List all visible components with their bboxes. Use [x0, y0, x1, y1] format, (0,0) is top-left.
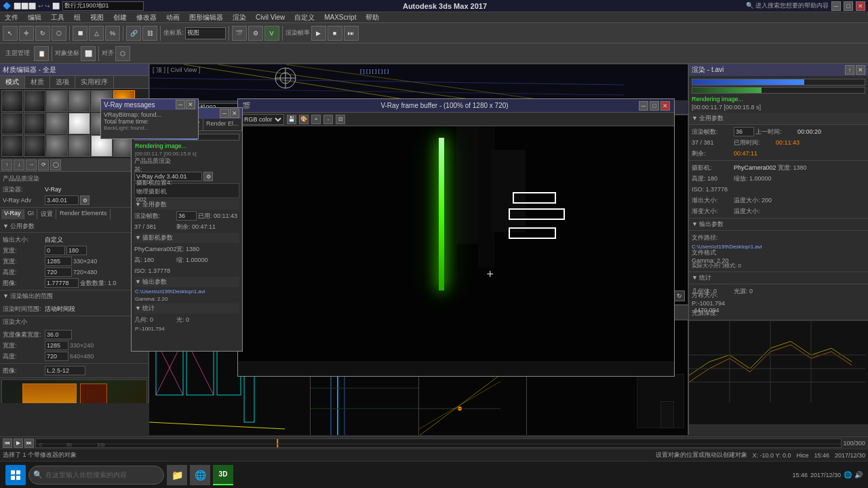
mat-ball-14[interactable] [24, 135, 45, 157]
input-width[interactable] [45, 257, 72, 266]
prop-vray-version[interactable] [45, 195, 79, 205]
timeline-ruler[interactable]: 0 50 100 [35, 438, 842, 448]
tab-settings-render[interactable]: 设置 [38, 209, 56, 219]
input-height[interactable] [45, 267, 72, 277]
menu-civil-view[interactable]: Civil View [254, 13, 287, 22]
menu-create[interactable]: 创建 [111, 12, 129, 23]
input-min-val[interactable] [45, 246, 65, 255]
obj-coord-btn[interactable]: ⬜ [81, 46, 96, 61]
input-h1[interactable] [45, 352, 68, 361]
mat-ball-10[interactable] [68, 113, 90, 134]
taskbar-app-3ds[interactable]: 3D [213, 465, 233, 485]
mat-ball-7[interactable] [1, 113, 23, 134]
tl-prev-btn[interactable]: ⏮ [3, 438, 12, 448]
mat-ball-16[interactable] [68, 135, 90, 157]
gp-frames-input[interactable] [734, 127, 754, 136]
fb-fit-btn[interactable]: ⊡ [336, 115, 345, 124]
input-pixel-width[interactable] [45, 330, 72, 339]
input-max-val[interactable] [66, 246, 87, 255]
right-panel-close-btn[interactable]: ✕ [856, 65, 865, 75]
input-aspect[interactable] [45, 278, 79, 288]
menu-view[interactable]: 视图 [88, 12, 106, 23]
input-w1[interactable] [45, 341, 68, 350]
minimize-btn[interactable]: ─ [831, 1, 841, 11]
mat-reset-btn[interactable]: ⟳ [38, 159, 49, 170]
taskbar-app-1[interactable]: 📁 [167, 465, 187, 485]
tab-mode[interactable]: 模式 [0, 76, 25, 88]
tab-vray[interactable]: V-Ray [1, 209, 24, 219]
close-btn[interactable]: ✕ [856, 1, 865, 11]
menu-animate[interactable]: 动画 [164, 12, 182, 23]
mat-ball-2[interactable] [24, 90, 45, 112]
menu-help[interactable]: 帮助 [363, 12, 381, 23]
layer-btn[interactable]: 📋 [34, 46, 49, 61]
rotate-btn[interactable]: ↻ [35, 26, 50, 41]
mat-sphere-btn[interactable]: ◯ [50, 159, 61, 170]
next-frame-btn[interactable]: ⏭ [344, 26, 359, 41]
menu-custom[interactable]: 自定义 [292, 12, 317, 23]
mat-ball-4[interactable] [68, 90, 90, 112]
menu-maxscript[interactable]: MAXScript [322, 13, 358, 22]
input-img-range[interactable] [45, 366, 85, 375]
rs-tab-re[interactable]: Render El... [203, 119, 242, 130]
fb-zoom-in-btn[interactable]: + [311, 115, 321, 124]
select-btn[interactable]: ↖ [3, 26, 18, 41]
mat-ball-9[interactable] [46, 113, 68, 134]
fb-close-btn[interactable]: ✕ [660, 101, 670, 111]
scale-btn[interactable]: ⬡ [52, 26, 66, 41]
menu-graph-editor[interactable]: 图形编辑器 [187, 12, 225, 23]
menu-tools[interactable]: 工具 [49, 12, 66, 23]
orbit-btn[interactable]: ↻ [674, 290, 685, 301]
stop-btn[interactable]: ■ [328, 26, 342, 41]
play-btn[interactable]: ▶ [311, 26, 326, 41]
fb-save-btn[interactable]: 💾 [287, 115, 296, 124]
tab-material[interactable]: 材质 [25, 76, 50, 88]
vray-btn[interactable]: V [264, 26, 279, 41]
render-btn[interactable]: 🎬 [232, 26, 247, 41]
menu-edit[interactable]: 编辑 [26, 12, 43, 23]
move-btn[interactable]: ✛ [19, 26, 34, 41]
tab-render-elements[interactable]: Render Elements [57, 209, 111, 219]
file-name-input[interactable] [62, 1, 144, 11]
fb-color-select[interactable]: RGB color Alpha [241, 114, 284, 125]
tab-options[interactable]: 选项 [50, 76, 75, 88]
mat-ball-15[interactable] [46, 135, 68, 157]
right-panel-up-btn[interactable]: ↑ [845, 65, 854, 75]
mat-ball-13[interactable] [1, 135, 23, 157]
tl-next-btn[interactable]: ⏭ [24, 438, 34, 448]
snap-btn[interactable]: 🔲 [73, 26, 87, 41]
vray-msg-min-btn[interactable]: ─ [176, 100, 185, 109]
mat-ball-1[interactable] [1, 90, 23, 112]
mat-put-btn[interactable]: ↓ [14, 159, 24, 170]
menu-group[interactable]: 组 [72, 12, 83, 23]
unlink-btn[interactable]: ⛓ [142, 26, 157, 41]
vray-msg-close-btn[interactable]: ✕ [186, 100, 195, 109]
maximize-btn[interactable]: □ [844, 1, 853, 11]
tab-utility[interactable]: 实用程序 [75, 76, 114, 88]
mat-ball-3[interactable] [46, 90, 68, 112]
coord-input[interactable] [185, 27, 226, 39]
menu-modify[interactable]: 修改器 [134, 12, 159, 23]
mat-ball-8[interactable] [24, 113, 45, 134]
render-settings-btn[interactable]: ⚙ [248, 26, 263, 41]
snap-percent-btn[interactable]: % [105, 26, 120, 41]
tab-gi[interactable]: GI [25, 209, 38, 219]
fb-max-btn[interactable]: □ [650, 101, 659, 111]
start-btn[interactable] [5, 465, 26, 485]
snap-angle-btn[interactable]: △ [89, 26, 104, 41]
fb-min-btn[interactable]: ─ [639, 101, 648, 111]
rs-renderer-settings-btn[interactable]: ⚙ [203, 172, 213, 181]
taskbar-search[interactable]: 🔍 在这里输入你想搜索的内容 [28, 466, 164, 485]
rs-min-btn[interactable]: ─ [220, 109, 229, 118]
taskbar-app-2[interactable]: 🌐 [190, 465, 210, 485]
fb-color-btn[interactable]: 🎨 [299, 115, 309, 124]
align-btn[interactable]: ⬡ [115, 46, 130, 61]
mat-assign-btn[interactable]: → [26, 159, 37, 170]
mat-get-btn[interactable]: ↑ [1, 159, 12, 170]
rs-close-btn[interactable]: ✕ [230, 109, 239, 118]
link-btn[interactable]: 🔗 [126, 26, 141, 41]
menu-render[interactable]: 渲染 [231, 12, 248, 23]
tl-play-btn[interactable]: ▶ [14, 438, 23, 448]
fb-zoom-out-btn[interactable]: - [323, 115, 333, 124]
rs-frames-input[interactable] [176, 211, 197, 221]
